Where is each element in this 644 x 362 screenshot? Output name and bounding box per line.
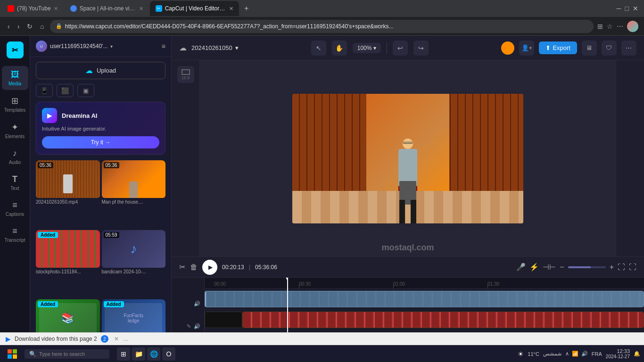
profile-button[interactable] <box>627 21 638 32</box>
download-close-icon[interactable]: ✕ <box>114 336 119 342</box>
sidebar-item-audio[interactable]: ♪ Audio <box>2 145 28 169</box>
zoom-in-button[interactable]: + <box>610 263 614 272</box>
user-avatar-button[interactable] <box>501 41 514 55</box>
export-button[interactable]: ⬆ Export <box>539 41 577 54</box>
delete-icon[interactable]: 🗑 <box>190 263 198 272</box>
upload-label: Upload <box>97 67 116 74</box>
extensions-button[interactable]: ⊞ <box>597 23 603 30</box>
edit-icon-2[interactable]: ✎ <box>187 323 191 329</box>
fit-button[interactable]: ⛶ <box>618 263 625 272</box>
tab-space-close[interactable]: ✕ <box>139 6 143 12</box>
undo-icon: ↩ <box>397 44 403 52</box>
cursor-tool-button[interactable]: ↖ <box>311 41 326 56</box>
collaborate-button[interactable]: 👤+ <box>519 41 534 56</box>
tablet-tab[interactable]: ▣ <box>77 84 94 97</box>
taskbar-right: ☀ 11°C شمشس ∧ 📶 🔊 FRA 12:33 2024-12-27 🔔 <box>518 348 640 359</box>
playback-right: 🎤 ⚡ ⊣⊢ − + ⛶ ⛶ <box>516 263 636 272</box>
chevron-up-icon[interactable]: ∧ <box>565 351 569 357</box>
tab-capcut[interactable]: ✂ CapCut | Video Editor | All-In-One... … <box>150 1 239 16</box>
templates-icon: ⊞ <box>11 96 18 106</box>
zoom-selector[interactable]: 100% ▾ <box>353 43 381 53</box>
tab-youtube-close[interactable]: ✕ <box>54 6 58 12</box>
edge-button[interactable]: 🌐 <box>147 347 160 361</box>
split-button[interactable]: ⊣⊢ <box>543 263 556 272</box>
avatar-icon: U <box>40 44 43 49</box>
head <box>403 139 413 149</box>
timeline-ruler: 00:00 00:30 01:00 01:30 <box>205 278 644 289</box>
taskbar: 🔍 Type here to search ⊞ 📁 🌐 O ☀ 11°C شمش… <box>0 345 644 362</box>
forward-button[interactable]: › <box>16 21 22 32</box>
phone-tab[interactable]: 📱 <box>36 84 53 97</box>
search-bar[interactable]: 🔍 Type here to search <box>25 349 109 359</box>
upload-button[interactable]: ☁ Upload <box>36 62 165 79</box>
network-icon[interactable]: 📶 <box>572 351 578 357</box>
monitor-icon: 🖥 <box>586 44 592 51</box>
sidebar-item-templates[interactable]: ⊞ Templates <box>2 92 28 116</box>
notifications-icon[interactable]: 🔔 <box>634 351 640 357</box>
panel-collapse-button[interactable]: › <box>171 189 172 208</box>
media-item-3[interactable]: Added istockphoto-115184... <box>36 230 100 298</box>
media-item-4[interactable]: ♪ 05:59 bandicam 2024-10-... <box>102 230 166 298</box>
back-button[interactable]: ‹ <box>6 21 12 32</box>
divider <box>387 42 387 54</box>
sidebar-item-media[interactable]: 🖼 Media <box>2 66 28 90</box>
zoom-slider[interactable] <box>568 266 606 268</box>
present-button[interactable]: 🖥 <box>582 41 597 56</box>
list-view-button[interactable]: ≡ <box>162 42 165 50</box>
hand-tool-button[interactable]: ✋ <box>332 41 347 56</box>
explorer-button[interactable]: 📁 <box>132 347 145 361</box>
tab-capcut-close[interactable]: ✕ <box>229 6 233 12</box>
video-clip[interactable] <box>242 312 644 328</box>
main-clip[interactable] <box>205 291 644 307</box>
tab-youtube-label: (78) YouTube <box>17 5 51 12</box>
minimize-button[interactable]: ─ <box>617 5 621 12</box>
video-clip-frames <box>243 312 644 328</box>
url-input[interactable]: 🔒 https://www.capcut.com/editor/C4EDD444… <box>50 20 594 33</box>
maximize-button[interactable]: □ <box>625 5 629 12</box>
search-icon: 🔍 <box>29 351 36 357</box>
sidebar-item-transcript[interactable]: ≡ Transcript <box>2 222 28 247</box>
media-item-2[interactable]: 05:36 Man pf the house.... <box>102 160 166 228</box>
tab-youtube[interactable]: (78) YouTube ✕ <box>2 1 64 16</box>
sidebar-item-text[interactable]: T Text <box>2 171 28 195</box>
media-item-1[interactable]: 05:36 202410261050.mp4 <box>36 160 100 228</box>
export-icon: ⬆ <box>545 44 551 51</box>
sidebar-item-elements[interactable]: ✦ Elements <box>2 118 28 143</box>
speaker-icon[interactable]: 🔊 <box>581 351 588 357</box>
taskview-button[interactable]: ⊞ <box>117 347 130 361</box>
ratio-button[interactable]: 16:9 <box>177 66 194 83</box>
black-clip[interactable] <box>205 312 242 328</box>
sidebar-item-captions[interactable]: ≡ Captions <box>2 197 28 221</box>
refresh-button[interactable]: ↻ <box>25 21 34 32</box>
microphone-button[interactable]: 🎤 <box>516 263 526 272</box>
caption-gen-button[interactable]: ⚡ <box>529 263 539 272</box>
office-button[interactable]: O <box>162 347 175 361</box>
start-button[interactable] <box>4 347 21 361</box>
new-tab-button[interactable]: + <box>240 2 253 15</box>
volume-icon-2[interactable]: 🔊 <box>194 323 200 329</box>
time-separator: | <box>249 263 250 271</box>
more-button[interactable]: ⋯ <box>621 41 636 56</box>
try-it-button[interactable]: Try it → <box>42 136 159 148</box>
cloud-save-icon[interactable]: ☁ <box>179 43 187 52</box>
home-button[interactable]: ⌂ <box>38 21 46 32</box>
media-label: Media <box>8 81 21 86</box>
desktop-tab[interactable]: ⬛ <box>57 84 74 97</box>
fullscreen-button[interactable]: ⛶ <box>629 263 636 272</box>
zoom-out-button[interactable]: − <box>560 263 564 272</box>
redo-button[interactable]: ↪ <box>413 41 429 56</box>
bookmark-button[interactable]: ☆ <box>607 23 613 30</box>
undo-button[interactable]: ↩ <box>393 41 408 56</box>
volume-icon-1[interactable]: 🔊 <box>194 301 200 307</box>
split-clip-icon[interactable]: ✂ <box>179 263 185 272</box>
shield-button[interactable]: 🛡 <box>602 41 617 56</box>
settings-button[interactable]: ⋯ <box>617 23 623 30</box>
play-button[interactable]: ▶ <box>202 260 217 275</box>
tab-space[interactable]: Space | All-in-one video editor |... ✕ <box>65 1 149 16</box>
project-name-chevron: ▾ <box>235 44 239 51</box>
chevron-down-icon[interactable]: ▾ <box>110 44 113 49</box>
close-button[interactable]: ✕ <box>633 5 638 12</box>
project-name[interactable]: 202410261050 ▾ <box>191 44 239 51</box>
redo-icon: ↪ <box>418 44 424 52</box>
preview-sidebar-right <box>616 60 644 256</box>
